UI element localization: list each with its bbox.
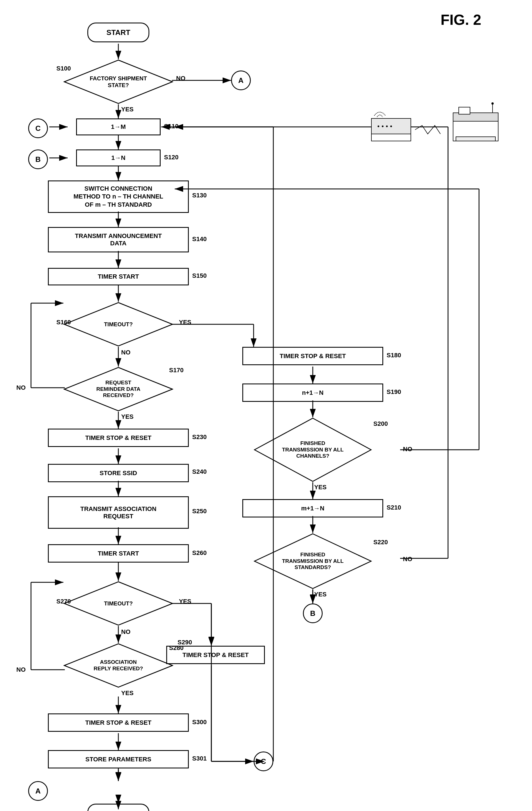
s110-label: S110 xyxy=(164,123,178,130)
circle-c-bottom: C xyxy=(254,751,273,771)
s240-label: S240 xyxy=(192,468,206,475)
switch-connection-label: SWITCH CONNECTION METHOD TO n – TH CHANN… xyxy=(74,185,163,209)
store-ssid-box: STORE SSID xyxy=(48,464,189,482)
finished-channels-text: FINISHED TRANSMISSION BY ALL CHANNELS? xyxy=(282,440,344,459)
one-to-n-label: 1→N xyxy=(111,154,125,162)
timer-start-2-box: TIMER START xyxy=(48,544,189,563)
svg-point-55 xyxy=(382,125,384,127)
one-to-m-label: 1→M xyxy=(111,123,126,131)
s120-label: S120 xyxy=(164,154,178,161)
timer-stop-reset-3-label: TIMER STOP & RESET xyxy=(182,652,249,659)
s130-label: S130 xyxy=(192,192,206,199)
store-ssid-label: STORE SSID xyxy=(100,470,137,477)
s250-label: S250 xyxy=(192,508,206,515)
start-node: START xyxy=(87,22,149,42)
s260-label: S260 xyxy=(192,549,206,557)
finished-all-standards-diamond: FINISHED TRANSMISSION BY ALL STANDARDS? xyxy=(254,533,372,590)
circle-b-top: B xyxy=(28,150,48,169)
s190-label: S190 xyxy=(387,388,401,396)
timer-stop-reset-2-box: TIMER STOP & RESET xyxy=(48,429,189,447)
request-reminder-text: REQUEST REMINDER DATA RECEIVED? xyxy=(96,380,141,399)
s180-label: S180 xyxy=(387,352,401,359)
timer-start-1-box: TIMER START xyxy=(48,268,189,285)
transmit-announcement-box: TRANSMIT ANNOUNCEMENT DATA xyxy=(48,227,189,253)
factory-shipment-diamond: FACTORY SHIPMENT STATE? xyxy=(63,59,173,104)
timeout2-yes-label: YES xyxy=(179,598,191,605)
svg-point-56 xyxy=(386,125,388,127)
diagram-container: FIG. 2 xyxy=(0,0,532,811)
s270-label: S270 xyxy=(56,598,71,605)
s290-label: S290 xyxy=(177,639,192,646)
factory-shipment-text: FACTORY SHIPMENT STATE? xyxy=(90,75,147,89)
timeout-1-diamond: TIMEOUT? xyxy=(63,302,173,347)
factory-yes-label: YES xyxy=(121,106,134,113)
association-reply-text: ASSOCIATION REPLY RECEIVED? xyxy=(94,659,143,672)
timer-start-1-label: TIMER START xyxy=(98,273,139,280)
svg-point-57 xyxy=(390,125,392,127)
circle-a-bottom: A xyxy=(28,781,48,801)
timeout1-yes-label: YES xyxy=(179,319,191,326)
one-to-n-box: 1→N xyxy=(76,150,161,166)
s210-label: S210 xyxy=(387,504,401,511)
channels-no-label: NO xyxy=(403,446,412,453)
timer-stop-reset-1-box: TIMER STOP & RESET xyxy=(242,347,383,365)
fig-title: FIG. 2 xyxy=(441,11,481,28)
circle-c-top: C xyxy=(28,119,48,138)
n-plus1-to-N-box: n+1→N xyxy=(242,383,383,402)
circle-b-bottom: B xyxy=(303,603,323,623)
timeout-1-text: TIMEOUT? xyxy=(104,321,133,328)
timer-stop-reset-3-box: TIMER STOP & RESET xyxy=(166,646,265,664)
s200-label: S200 xyxy=(373,420,388,428)
s160-label: S160 xyxy=(56,319,71,326)
timeout1-no-label: NO xyxy=(121,349,130,356)
assoc-no-label: NO xyxy=(16,666,26,673)
request-reminder-diamond: REQUEST REMINDER DATA RECEIVED? xyxy=(63,367,173,412)
m-plus1-label: m+1→N xyxy=(301,505,325,512)
request-yes-label: YES xyxy=(121,413,134,420)
timer-start-2-label: TIMER START xyxy=(98,550,139,557)
m-plus1-to-N-box: m+1→N xyxy=(242,499,383,518)
timer-stop-reset-4-label: TIMER STOP & RESET xyxy=(85,719,151,726)
start-label: START xyxy=(107,28,130,37)
transmit-announcement-label: TRANSMIT ANNOUNCEMENT DATA xyxy=(75,232,162,247)
timeout2-no-label: NO xyxy=(121,628,130,636)
finished-all-channels-diamond: FINISHED TRANSMISSION BY ALL CHANNELS? xyxy=(254,417,372,482)
s230-label: S230 xyxy=(192,433,206,441)
svg-rect-60 xyxy=(459,107,470,114)
switch-connection-box: SWITCH CONNECTION METHOD TO n – TH CHANN… xyxy=(48,181,189,213)
timer-stop-reset-4-box: TIMER STOP & RESET xyxy=(48,714,189,732)
s150-label: S150 xyxy=(192,272,206,279)
s300-label: S300 xyxy=(192,719,206,726)
assoc-yes-label: YES xyxy=(121,689,134,697)
svg-rect-61 xyxy=(456,137,495,141)
device-illustration xyxy=(363,90,504,147)
svg-point-63 xyxy=(491,102,494,105)
timeout-2-text: TIMEOUT? xyxy=(104,600,133,607)
timeout-2-diamond: TIMEOUT? xyxy=(63,581,173,626)
svg-point-54 xyxy=(378,125,379,127)
standards-no-label: NO xyxy=(403,555,412,563)
store-parameters-label: STORE PARAMETERS xyxy=(85,756,151,763)
s301-label: S301 xyxy=(192,755,206,762)
s220-label: S220 xyxy=(373,539,388,546)
request-no-label: NO xyxy=(16,384,26,392)
association-reply-diamond: ASSOCIATION REPLY RECEIVED? xyxy=(63,643,173,688)
factory-no-label: NO xyxy=(176,75,185,82)
transmit-association-box: TRANSMIT ASSOCIATION REQUEST xyxy=(48,496,189,529)
one-to-m-box: 1→M xyxy=(76,119,161,135)
n-plus1-label: n+1→N xyxy=(302,389,324,397)
end-node: END xyxy=(87,804,149,811)
timer-stop-reset-2-label: TIMER STOP & RESET xyxy=(85,434,151,442)
circle-a-top: A xyxy=(231,71,251,90)
store-parameters-box: STORE PARAMETERS xyxy=(48,750,189,768)
s140-label: S140 xyxy=(192,235,206,243)
timer-stop-reset-1-label: TIMER STOP & RESET xyxy=(280,352,346,360)
standards-yes-label: YES xyxy=(314,591,327,598)
end-label: END xyxy=(111,809,126,811)
finished-standards-text: FINISHED TRANSMISSION BY ALL STANDARDS? xyxy=(282,552,344,571)
channels-yes-label: YES xyxy=(314,484,327,491)
transmit-association-label: TRANSMIT ASSOCIATION REQUEST xyxy=(80,505,156,520)
